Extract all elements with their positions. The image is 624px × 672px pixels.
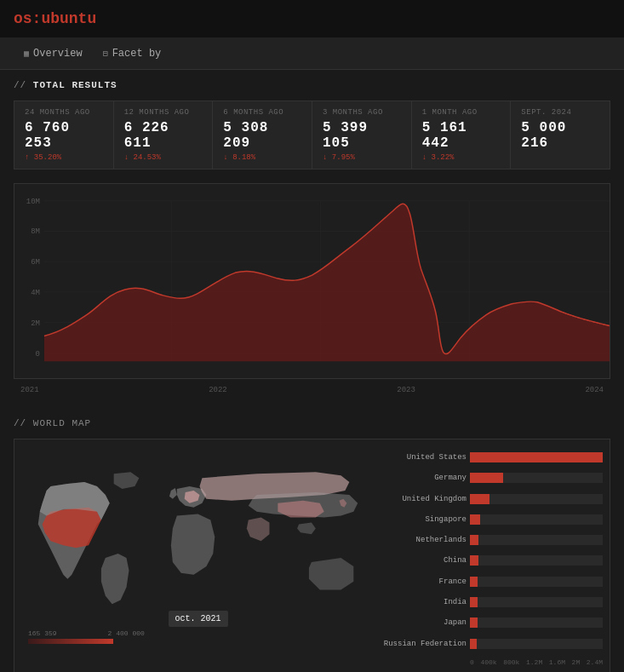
nav: ▦ Overview ⊟ Facet by: [0, 37, 624, 70]
bar-label: China: [381, 556, 467, 565]
bar-row: France: [381, 574, 603, 589]
bar-row: Singapore: [381, 512, 603, 527]
bar-track: [470, 639, 603, 649]
bar-x-axis: 0400k800k1.2M1.6M2M2.4M: [381, 658, 603, 666]
bar-row: India: [381, 594, 603, 610]
header: os:ubuntu: [0, 0, 624, 37]
bar-label: Japan: [381, 618, 467, 627]
legend-gradient-bar: [28, 639, 113, 644]
stat-value: 6 226 611: [124, 120, 203, 151]
map-legend: 165 359 2 400 000: [28, 629, 145, 644]
bar-row: China: [381, 553, 603, 568]
chart-container: 10M 8M 6M 4M 2M 0: [14, 183, 610, 379]
legend-min: 165 359: [28, 629, 57, 637]
svg-text:4M: 4M: [31, 289, 40, 297]
bar-track: [470, 617, 603, 628]
bar-row: Russian Federation: [381, 636, 603, 652]
nav-facetby-label: Facet by: [112, 48, 162, 60]
svg-text:8M: 8M: [31, 228, 40, 237]
bar-fill: [470, 452, 603, 462]
stat-change: 24.53%: [124, 153, 203, 162]
bar-row: United Kingdom: [381, 491, 603, 507]
stat-box: 6 MONTHS AGO5 308 2098.18%: [212, 101, 312, 169]
bar-fill: [470, 597, 478, 607]
stat-value: 5 399 105: [323, 120, 401, 151]
stat-label: 6 MONTHS AGO: [223, 108, 301, 117]
stat-box: 12 MONTHS AGO6 226 61124.53%: [113, 101, 213, 169]
bar-fill: [470, 577, 478, 587]
bar-row: Japan: [381, 615, 603, 630]
svg-text:2M: 2M: [31, 319, 40, 328]
stat-value: 5 161 442: [422, 120, 501, 151]
bar-fill: [470, 555, 478, 566]
bar-fill: [470, 494, 489, 504]
stats-row: 24 MONTHS AGO6 760 25335.20%12 MONTHS AG…: [14, 101, 610, 169]
stat-label: SEPT. 2024: [521, 108, 599, 117]
bar-label: United States: [381, 453, 467, 462]
bar-track: [470, 555, 603, 566]
logo-suffix: ubuntu: [41, 10, 96, 27]
total-results-section: // TOTAL RESULTS 24 MONTHS AGO6 760 2533…: [0, 70, 624, 408]
stat-label: 12 MONTHS AGO: [124, 108, 203, 117]
bar-track: [470, 514, 603, 525]
stat-change: 8.18%: [223, 153, 301, 162]
bar-label: Singapore: [381, 515, 467, 524]
country-bar-chart: United StatesGermanyUnited KingdomSingap…: [381, 446, 603, 669]
stat-value: 5 308 209: [223, 120, 301, 151]
bar-label: Russian Federation: [381, 640, 467, 648]
chart-x-labels: 2021 2022 2023 2024: [14, 382, 610, 398]
bar-track: [470, 452, 603, 462]
nav-overview[interactable]: ▦ Overview: [14, 41, 93, 66]
stat-change: 3.22%: [422, 153, 501, 162]
bar-fill: [470, 617, 478, 628]
svg-text:6M: 6M: [31, 258, 40, 267]
world-map-section: // WORLD MAP: [0, 408, 624, 672]
stat-change: 7.95%: [323, 153, 401, 162]
bar-label: Netherlands: [381, 536, 467, 544]
bar-row: Netherlands: [381, 532, 603, 548]
stat-change: 35.20%: [25, 153, 103, 162]
svg-text:10M: 10M: [26, 198, 40, 206]
stat-label: 3 MONTHS AGO: [323, 108, 401, 117]
area-chart: 10M 8M 6M 4M 2M 0: [14, 184, 610, 378]
bar-label: France: [381, 577, 467, 586]
overview-icon: ▦: [24, 49, 29, 59]
bar-fill: [470, 639, 477, 649]
legend-max: 2 400 000: [108, 629, 145, 637]
map-area: 165 359 2 400 000 oct. 2021: [21, 446, 375, 669]
bar-fill: [470, 535, 478, 545]
stat-label: 24 MONTHS AGO: [25, 108, 103, 117]
bar-fill: [470, 473, 503, 483]
stat-value: 5 000 216: [521, 120, 599, 151]
logo-prefix: os:: [14, 10, 41, 27]
stat-box: SEPT. 20245 000 216: [510, 101, 610, 169]
bar-track: [470, 535, 603, 545]
map-tooltip: oct. 2021: [168, 611, 227, 627]
bar-label: United Kingdom: [381, 495, 467, 503]
logo: os:ubuntu: [14, 10, 96, 27]
bar-fill: [470, 514, 480, 525]
stat-box: 1 MONTH AGO5 161 4423.22%: [411, 101, 511, 169]
nav-overview-label: Overview: [33, 48, 83, 60]
bar-track: [470, 597, 603, 607]
bar-row: United States: [381, 450, 603, 465]
bar-row: Germany: [381, 470, 603, 485]
bar-track: [470, 577, 603, 587]
bar-track: [470, 473, 603, 483]
nav-facetby[interactable]: ⊟ Facet by: [93, 41, 172, 66]
world-content: 165 359 2 400 000 oct. 2021 United State…: [14, 439, 610, 672]
stat-box: 3 MONTHS AGO5 399 1057.95%: [312, 101, 411, 169]
bar-label: Germany: [381, 474, 467, 482]
bar-track: [470, 494, 603, 504]
svg-text:0: 0: [36, 350, 40, 359]
total-results-title: // TOTAL RESULTS: [14, 80, 610, 90]
world-map-title: // WORLD MAP: [14, 418, 610, 428]
stat-box: 24 MONTHS AGO6 760 25335.20%: [14, 101, 113, 169]
filter-icon: ⊟: [103, 49, 108, 59]
stat-label: 1 MONTH AGO: [422, 108, 501, 117]
bar-label: India: [381, 598, 467, 606]
legend-labels: 165 359 2 400 000: [28, 629, 145, 637]
stat-value: 6 760 253: [25, 120, 103, 151]
